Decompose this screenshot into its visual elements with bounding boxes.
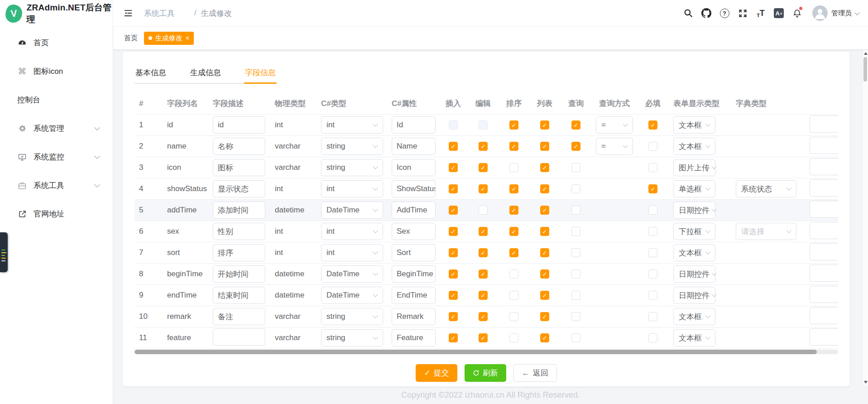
- csharp-property-input[interactable]: Id: [392, 116, 436, 134]
- fullscreen-button[interactable]: [734, 4, 752, 22]
- required-checkbox[interactable]: [648, 248, 657, 257]
- vertical-scrollbar-thumb[interactable]: [863, 57, 867, 82]
- display-type-select[interactable]: 文本框: [673, 329, 715, 346]
- sort-checkbox[interactable]: [509, 291, 518, 300]
- field-description-input[interactable]: 性别: [213, 223, 265, 240]
- list-checkbox[interactable]: ✓: [540, 333, 549, 342]
- list-checkbox[interactable]: ✓: [540, 291, 549, 300]
- edit-checkbox[interactable]: [479, 120, 488, 130]
- list-checkbox[interactable]: ✓: [540, 269, 549, 279]
- required-checkbox[interactable]: [648, 206, 657, 215]
- csharp-type-select[interactable]: DateTime: [321, 265, 383, 283]
- csharp-type-select[interactable]: string: [321, 308, 383, 325]
- edit-checkbox[interactable]: [479, 206, 488, 215]
- sidebar-collapse-button[interactable]: [121, 4, 135, 22]
- required-checkbox[interactable]: ✓: [648, 184, 657, 193]
- csharp-property-input[interactable]: Sex: [392, 223, 436, 240]
- logo-row[interactable]: V ZRAdmin.NET后台管理: [0, 0, 113, 27]
- scroll-up-arrow[interactable]: [864, 52, 868, 55]
- edit-checkbox[interactable]: ✓: [479, 269, 488, 279]
- csharp-type-select[interactable]: string: [321, 159, 383, 176]
- horizontal-scrollbar-thumb[interactable]: [134, 350, 817, 354]
- query-checkbox[interactable]: [571, 206, 580, 215]
- insert-checkbox[interactable]: ✓: [449, 269, 458, 279]
- field-description-input[interactable]: 结束时间: [213, 287, 265, 304]
- required-checkbox[interactable]: [648, 142, 657, 151]
- back-button[interactable]: ← 返回: [513, 364, 557, 382]
- display-type-select[interactable]: 图片上传: [673, 159, 715, 176]
- required-checkbox[interactable]: [648, 269, 657, 279]
- sort-checkbox[interactable]: ✓: [509, 206, 518, 215]
- field-description-input[interactable]: 开始时间: [213, 265, 265, 283]
- user-menu[interactable]: 管理员: [831, 9, 852, 18]
- edit-checkbox[interactable]: ✓: [479, 184, 488, 193]
- csharp-property-input[interactable]: ShowStatus: [392, 180, 436, 197]
- insert-checkbox[interactable]: ✓: [449, 227, 458, 236]
- display-type-select[interactable]: 文本框: [673, 308, 715, 325]
- query-checkbox[interactable]: [571, 184, 580, 193]
- display-type-select[interactable]: 日期控件: [673, 287, 715, 304]
- required-checkbox[interactable]: ✓: [648, 120, 657, 130]
- sort-checkbox[interactable]: ✓: [509, 142, 518, 151]
- csharp-type-select[interactable]: string: [321, 138, 383, 155]
- edit-checkbox[interactable]: ✓: [479, 312, 488, 321]
- refresh-button[interactable]: 刷新: [465, 364, 506, 382]
- insert-checkbox[interactable]: ✓: [449, 206, 458, 215]
- insert-checkbox[interactable]: ✓: [449, 142, 458, 151]
- display-type-select[interactable]: 文本框: [673, 138, 715, 155]
- tab-field-info[interactable]: 字段信息: [244, 63, 277, 83]
- github-button[interactable]: [697, 4, 715, 22]
- required-checkbox[interactable]: [648, 333, 657, 342]
- insert-checkbox[interactable]: ✓: [449, 333, 458, 342]
- submit-button[interactable]: ✓ 提交: [416, 364, 457, 382]
- csharp-property-input[interactable]: AddTime: [392, 202, 436, 219]
- sidebar-item-official-site[interactable]: 官网地址: [0, 200, 113, 228]
- list-checkbox[interactable]: ✓: [540, 163, 549, 172]
- insert-checkbox[interactable]: ✓: [449, 184, 458, 193]
- required-checkbox[interactable]: [648, 227, 657, 236]
- display-type-select[interactable]: 日期控件: [673, 265, 715, 283]
- tag-active[interactable]: 生成修改 ×: [144, 32, 194, 45]
- csharp-type-select[interactable]: DateTime: [321, 287, 383, 304]
- tab-generate-info[interactable]: 生成信息: [189, 63, 222, 83]
- csharp-property-input[interactable]: Remark: [392, 308, 436, 325]
- csharp-property-input[interactable]: Feature: [392, 329, 436, 346]
- edit-checkbox[interactable]: ✓: [479, 291, 488, 300]
- csharp-type-select[interactable]: int: [321, 116, 383, 134]
- sidebar-item-system-management[interactable]: 系统管理: [0, 114, 113, 143]
- field-description-input[interactable]: 显示状态: [213, 180, 265, 197]
- list-checkbox[interactable]: ✓: [540, 206, 549, 215]
- list-checkbox[interactable]: ✓: [540, 227, 549, 236]
- edit-checkbox[interactable]: ✓: [479, 333, 488, 342]
- edit-checkbox[interactable]: ✓: [479, 248, 488, 257]
- list-checkbox[interactable]: ✓: [540, 184, 549, 193]
- notifications-button[interactable]: [788, 4, 806, 22]
- csharp-property-input[interactable]: EndTime: [392, 287, 436, 304]
- overflow-input[interactable]: [810, 158, 838, 175]
- overflow-input[interactable]: [810, 286, 838, 303]
- dict-type-select[interactable]: 系统状态: [736, 180, 796, 197]
- edit-checkbox[interactable]: ✓: [479, 142, 488, 151]
- sidebar-item-system-tools[interactable]: 系统工具: [0, 171, 113, 200]
- sidebar-item-system-monitor[interactable]: 系统监控: [0, 143, 113, 171]
- required-checkbox[interactable]: [648, 291, 657, 300]
- csharp-property-input[interactable]: Name: [392, 138, 436, 155]
- query-checkbox[interactable]: [571, 227, 580, 236]
- edit-checkbox[interactable]: ✓: [479, 163, 488, 172]
- display-type-select[interactable]: 日期控件: [673, 202, 715, 219]
- overflow-input[interactable]: [810, 328, 838, 346]
- overflow-input[interactable]: [810, 307, 838, 324]
- search-button[interactable]: [679, 4, 697, 22]
- display-type-select[interactable]: 单选框: [673, 180, 715, 197]
- sort-checkbox[interactable]: [509, 312, 518, 321]
- csharp-type-select[interactable]: DateTime: [321, 202, 383, 219]
- tag-home[interactable]: 首页: [124, 34, 138, 43]
- list-checkbox[interactable]: ✓: [540, 312, 549, 321]
- insert-checkbox[interactable]: ✓: [449, 291, 458, 300]
- overflow-input[interactable]: [810, 179, 838, 197]
- insert-checkbox[interactable]: [449, 120, 458, 130]
- sort-checkbox[interactable]: ✓: [509, 120, 518, 130]
- sort-checkbox[interactable]: [509, 333, 518, 342]
- field-description-input[interactable]: 备注: [213, 308, 265, 325]
- csharp-type-select[interactable]: string: [321, 329, 383, 346]
